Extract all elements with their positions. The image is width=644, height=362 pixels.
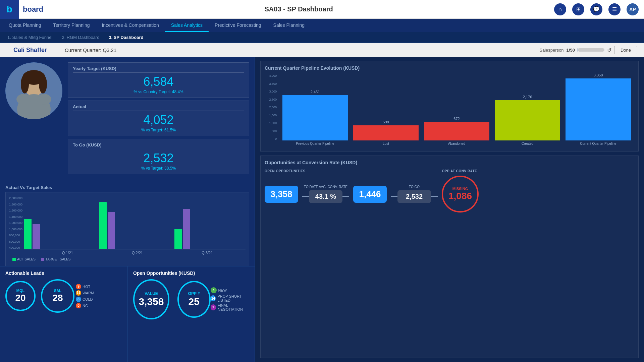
py-3500: 3,500 [265, 82, 277, 85]
page-title: SA03 - SP Dashboard [43, 5, 554, 13]
pipeline-bar-abandoned [424, 122, 489, 140]
opp-dot-short: 14 [211, 295, 216, 301]
badge-hot: 9 HOT [76, 284, 94, 289]
opp-circles: VALUE 3,358 OPP # 25 4 NEW [133, 279, 251, 319]
pipeline-col-current: 3,358 [566, 73, 631, 140]
opp-badge-new: 4 NEW [211, 287, 251, 293]
actionable-leads-title: Actionable Leads [5, 270, 122, 276]
to-go-sub: % vs Target: 38.5% [73, 166, 244, 171]
yearly-target-title: Yearly Target (KUSD) [73, 66, 244, 73]
home-icon[interactable]: ⌂ [554, 3, 566, 15]
badge-warm-label: WARM [83, 291, 94, 295]
actual-section: Actual 4,052 % vs Target: 61.5% [68, 101, 249, 136]
legend-tgt-label: TARGET SALES [46, 257, 71, 261]
avg-rate-label: TO DATE AVG. CONV. RATE [304, 185, 347, 189]
open-opps-panel: Open Opportunities (KUSD) VALUE 3,358 OP… [127, 266, 257, 362]
opp-badges: 4 NEW 14 PROP SHORT LISTED 7 FINAL NEGOT… [211, 287, 251, 311]
y-label-2: 1,800,000 [9, 203, 22, 206]
open-opp-label: OPEN OPPORTUNITIES [265, 169, 312, 173]
conv-labels-row: OPEN OPPORTUNITIES OPP AT CONV RATE [265, 169, 634, 173]
line-right [342, 196, 349, 197]
pipeline-val-lost: 598 [383, 120, 389, 124]
pipeline-bar-current [566, 78, 631, 140]
py-500: 500 [265, 129, 277, 133]
line-tg-right [431, 196, 438, 197]
tab-incentives[interactable]: Incentives & Compensation [96, 19, 165, 32]
bar-labels: Q.1/21 Q.2/21 Q.3/21 [9, 249, 246, 256]
conv-flow-row: 3,358 TO DATE AVG. CONV. RATE 43.1 % [265, 176, 634, 213]
actual-vs-target-title: Actual Vs Target Sales [5, 185, 249, 190]
yearly-target-sub: % vs Country Target: 48.4% [73, 89, 244, 94]
avatar[interactable]: AP [627, 3, 639, 15]
salesperson-name: Cali Shaffer [7, 47, 54, 54]
to-go-title: To Go (KUSD) [73, 142, 244, 149]
avg-rate-value: 43.1 % [313, 193, 338, 200]
chat-icon[interactable]: 💬 [590, 3, 602, 15]
badge-nc: 0 NC [76, 303, 94, 308]
quarter-label: Current Quarter: Q3.21 [59, 47, 534, 53]
pipeline-val-abandoned: 672 [453, 117, 460, 121]
bar-act-q3 [174, 229, 182, 249]
sub-tab-sp[interactable]: 3. SP Dashboard [104, 32, 148, 43]
svg-point-3 [21, 75, 29, 94]
tab-territory-planning[interactable]: Territory Planning [47, 19, 96, 32]
right-panel: Current Quarter Pipeline Evolution (KUSD… [255, 57, 644, 362]
grid-icon[interactable]: ⊞ [572, 3, 584, 15]
badge-hot-dot: 9 [76, 284, 81, 289]
sal-badges: 9 HOT 11 WARM 8 COLD [76, 284, 94, 308]
logo-text: board [23, 5, 43, 14]
legend-act-dot [12, 258, 16, 261]
to-go-value: 2,532 [73, 151, 244, 165]
opp-badge-neg: 7 FINAL NEGOTIATION [211, 303, 251, 311]
to-go-value: 2,532 [401, 193, 427, 200]
done-button[interactable]: Done [614, 46, 637, 54]
pipeline-title: Current Quarter Pipeline Evolution (KUSD… [265, 65, 634, 71]
leads-circles-row: MQL 20 SAL 28 9 HOT [5, 279, 122, 313]
q3-label: Q.3/21 [202, 251, 213, 255]
avg-rate-box: 43.1 % [309, 190, 342, 203]
bar-tgt-q1 [33, 224, 40, 249]
to-go-connector: TO GO 2,532 [387, 185, 442, 203]
sp-label: Salesperson [539, 48, 564, 53]
sub-tab-rgm[interactable]: 2. RGM Dashboard [57, 32, 104, 43]
tab-sales-planning[interactable]: Sales Planning [267, 19, 311, 32]
pipeline-bars: 2,451 598 672 [279, 73, 634, 140]
py-2500: 2,500 [265, 98, 277, 101]
salesperson-nav: Salesperson 1/50 ↺ Done [539, 46, 637, 54]
opp-dot-new: 4 [211, 287, 217, 293]
menu-icon[interactable]: ☰ [608, 3, 621, 15]
open-opps-box: 3,358 [265, 186, 298, 203]
logo-box[interactable]: b [0, 0, 19, 19]
actionable-leads-panel: Actionable Leads MQL 20 SAL 28 9 [0, 266, 127, 362]
avg-rate-row: 43.1 % [302, 190, 349, 203]
py-1500: 1,500 [265, 114, 277, 117]
actual-sub: % vs Target: 61.5% [73, 128, 244, 132]
info-bar: Cali Shaffer Current Quarter: Q3.21 Sale… [0, 43, 644, 57]
avg-rate-connector: TO DATE AVG. CONV. RATE 43.1 % [298, 185, 353, 203]
sub-tab-funnel[interactable]: 1. Sales & Mktg Funnel [3, 32, 57, 43]
to-go-box: 2,532 [397, 190, 431, 203]
badge-cold: 8 COLD [76, 297, 94, 302]
actual-vs-target-section: Actual Vs Target Sales 2,000,000 1,800,0… [0, 182, 255, 266]
opp-num-label: OPP # [188, 291, 200, 296]
tab-sales-analytics[interactable]: Sales Analytics [165, 19, 209, 32]
actual-value: 4,052 [73, 113, 244, 127]
profile-area: Yearly Target (KUSD) 6,584 % vs Country … [0, 57, 255, 182]
sp-progress-fill [578, 48, 578, 52]
refresh-icon[interactable]: ↺ [607, 47, 611, 53]
conv-flow-container: OPEN OPPORTUNITIES OPP AT CONV RATE 3,35… [265, 169, 634, 213]
pipeline-bar-created [495, 100, 560, 140]
py-4000: 4,000 [265, 74, 277, 77]
bar-group-q2 [99, 202, 170, 249]
opp-conv-col: 1,446 [353, 186, 387, 203]
opp-conv-box: 1,446 [353, 186, 387, 203]
px-label-lost: Lost [353, 142, 419, 145]
y-label-4: 1,400,000 [9, 215, 22, 219]
tab-quota-planning[interactable]: Quota Planning [3, 19, 47, 32]
sub-nav: 1. Sales & Mktg Funnel 2. RGM Dashboard … [0, 32, 644, 43]
opp-conv-value: 1,446 [359, 189, 381, 199]
y-label-1: 2,000,000 [9, 196, 22, 200]
tab-predictive-forecasting[interactable]: Predictive Forecasting [209, 19, 267, 32]
pipeline-col-prev: 2,451 [282, 90, 348, 140]
y-label-6: 1,000,000 [9, 228, 22, 231]
